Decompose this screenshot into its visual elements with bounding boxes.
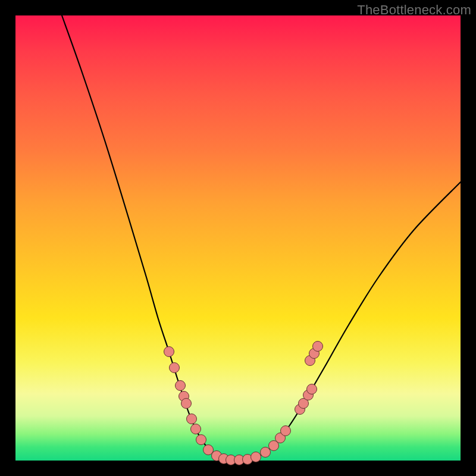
curve-marker: [251, 452, 261, 462]
bottleneck-curve: [62, 15, 461, 460]
curve-marker: [196, 435, 206, 445]
curve-marker: [176, 381, 186, 391]
chart-frame: TheBottleneck.com: [0, 0, 476, 476]
curve-marker: [261, 447, 271, 458]
curve-marker: [191, 424, 201, 434]
curve-marker: [281, 426, 291, 436]
watermark-text: TheBottleneck.com: [357, 2, 471, 18]
curve-marker: [170, 363, 180, 373]
curve-marker: [313, 342, 323, 352]
plot-area: [15, 15, 461, 461]
marker-group: [164, 342, 323, 465]
curve-marker: [164, 347, 174, 357]
curve-marker: [203, 445, 214, 455]
curve-marker: [307, 384, 317, 394]
curve-marker: [187, 414, 197, 424]
curve-layer: [15, 15, 461, 461]
curve-marker: [181, 399, 192, 409]
